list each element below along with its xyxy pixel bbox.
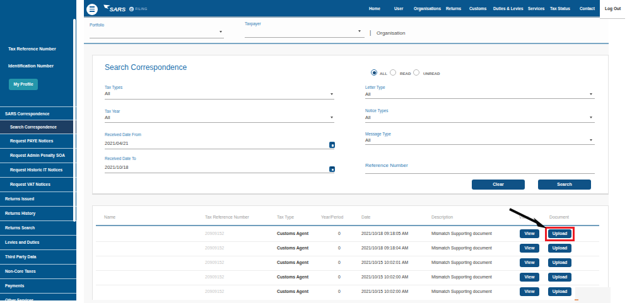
svg-text:e: e	[130, 6, 132, 12]
svg-text:FILING: FILING	[136, 7, 148, 11]
svg-text:SARS: SARS	[110, 6, 126, 13]
